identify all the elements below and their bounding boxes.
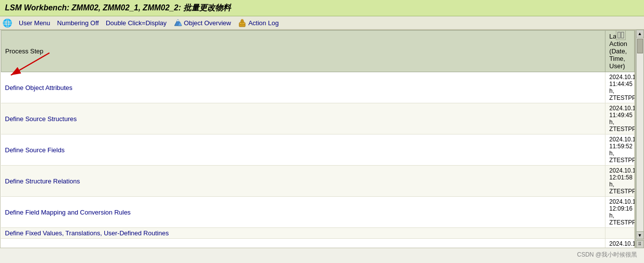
vertical-scrollbar[interactable]: ▲ ▼ ⠿ [635,30,644,248]
numbering-off-button[interactable]: Numbering Off [57,19,99,27]
page-title: LSM Workbench: ZMM02, ZMM02_1, ZMM02_2: … [5,3,639,13]
table-row[interactable]: Define Field Mapping and Conversion Rule… [1,197,635,228]
globe-icon: 🌐 [3,18,12,27]
scroll-thumb[interactable] [637,39,643,53]
user-menu-button[interactable]: User Menu [19,19,50,27]
last-action-cell [605,228,634,239]
scroll-up-button[interactable]: ▲ [636,30,644,38]
last-action-cell: 2024.10.18, 11:44:45 h, ZTESTPP [605,72,634,103]
last-action-cell: 2024.10.18, 12:01:58 h, ZTESTPP [605,166,634,197]
double-click-display-button[interactable]: Double Click=Display [106,19,167,27]
last-action-cell: 2024.10.18, 12:09:16 h, ZTESTPP [605,197,634,228]
svg-rect-7 [241,19,243,21]
scroll-handle-button[interactable]: ⠿ [636,240,644,248]
table-row[interactable]: Define Object Attributes2024.10.18, 11:4… [1,72,635,103]
svg-rect-10 [618,32,620,38]
scroll-track [636,38,644,231]
table-row[interactable]: Define Source Fields2024.10.18, 11:59:52… [1,134,635,166]
action-log-button[interactable]: Action Log [238,18,278,27]
process-step-cell: Define Source Fields [1,134,605,166]
svg-rect-11 [621,32,624,38]
table-row[interactable]: Define Structure Relations2024.10.18, 12… [1,166,635,197]
table-row[interactable]: Define Fixed Values, Translations, User-… [1,228,635,239]
table-row[interactable]: Specify Files2024.10.18, 12:22:48 h, ZTE… [1,239,635,249]
last-action-cell: 2024.10.18, 12:22:48 h, ZTESTPP [605,239,634,249]
col-process-step: Process Step [1,31,605,72]
table-row[interactable]: Define Source Structures2024.10.18, 11:4… [1,103,635,134]
action-log-icon [238,18,247,27]
watermark: CSDN @我小时候很黑 [577,251,637,259]
process-step-cell: Define Structure Relations [1,166,605,197]
process-step-cell: Define Fixed Values, Translations, User-… [1,228,605,239]
process-step-cell: Define Object Attributes [1,72,605,103]
process-step-cell: Define Field Mapping and Conversion Rule… [1,197,605,228]
column-settings-icon[interactable] [616,30,626,40]
scroll-down-button[interactable]: ▼ [636,231,644,239]
process-step-cell: Specify Files [1,239,605,249]
mountain-icon [173,18,182,27]
object-overview-button[interactable]: Object Overview [173,18,231,27]
process-step-cell: Define Source Structures [1,103,605,134]
last-action-cell: 2024.10.18, 11:59:52 h, ZTESTPP [605,134,634,166]
last-action-cell: 2024.10.18, 11:49:45 h, ZTESTPP [605,103,634,134]
